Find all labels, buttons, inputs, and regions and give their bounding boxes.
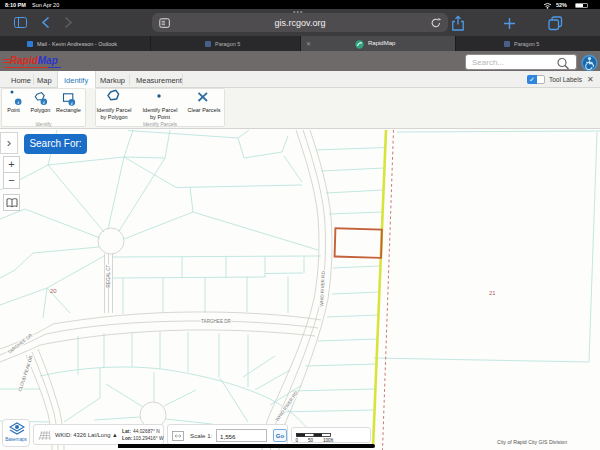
svg-text:TARGHEE DR: TARGHEE DR (201, 319, 231, 324)
svg-text:20: 20 (50, 288, 57, 294)
svg-text:21: 21 (489, 290, 496, 296)
svg-text:REGAL CT: REGAL CT (106, 264, 111, 287)
